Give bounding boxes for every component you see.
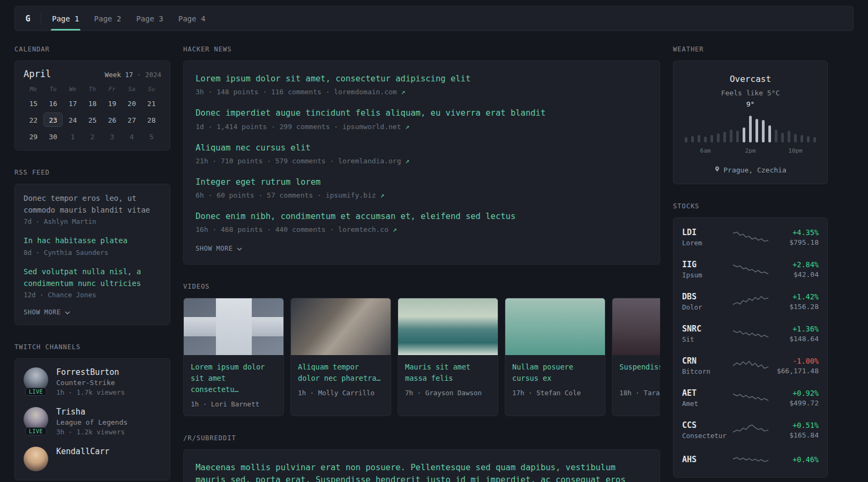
weather-bar bbox=[730, 130, 732, 142]
twitch-channel[interactable]: LIVE Trisha League of Legends 3h · 1.2k … bbox=[24, 407, 161, 436]
calendar-date-next-month: 3 bbox=[102, 129, 122, 144]
channel-info: ForrestBurton Counter-Strike 1h · 1.7k v… bbox=[56, 367, 125, 396]
stock-change: +1.42% bbox=[773, 292, 819, 301]
calendar-year: 2024 bbox=[145, 71, 161, 79]
video-card[interactable]: Nullam posuere cursus ex 17h · Stefan Co… bbox=[505, 298, 605, 416]
app-logo[interactable]: G bbox=[15, 6, 41, 31]
weather-bar bbox=[736, 131, 739, 142]
subreddit-section-title: /R/SUBREDDIT bbox=[183, 434, 660, 442]
hn-meta-text: 21h · 710 points · 579 comments · loreml… bbox=[196, 157, 401, 165]
rss-item-link[interactable]: Sed volutpat nulla nisl, a condimentum n… bbox=[24, 266, 161, 289]
video-card[interactable]: Lorem ipsum dolor sit amet consectetu… 1… bbox=[183, 298, 284, 416]
tab-page-2[interactable]: Page 2 bbox=[87, 6, 129, 31]
tab-page-1[interactable]: Page 1 bbox=[44, 6, 87, 31]
stock-row[interactable]: IIG Ipsum +2.84% $42.04 bbox=[682, 253, 819, 285]
day-header: Sa bbox=[122, 86, 142, 93]
stock-price: $148.64 bbox=[773, 335, 819, 343]
video-title-link[interactable]: Nullam posuere cursus ex bbox=[512, 362, 598, 384]
page-tabs: Page 1 Page 2 Page 3 Page 4 bbox=[44, 6, 213, 31]
rss-item: Donec tempor eros leo, ut commodo mauris… bbox=[24, 193, 161, 225]
rss-item: In hac habitasse platea 8d · Cynthia Sau… bbox=[24, 235, 161, 257]
external-link-icon[interactable]: ↗ bbox=[401, 88, 406, 96]
stock-sparkline bbox=[733, 230, 768, 245]
stock-symbol: AHS bbox=[682, 455, 729, 464]
stock-sparkline bbox=[733, 262, 768, 277]
calendar-separator: · bbox=[137, 71, 141, 79]
hn-item: Donec enim nibh, condimentum et accumsan… bbox=[196, 210, 648, 234]
hn-item-link[interactable]: Lorem ipsum dolor sit amet, consectetur … bbox=[196, 73, 648, 85]
day-header: Su bbox=[141, 86, 161, 93]
hn-item-link[interactable]: Donec enim nibh, condimentum et accumsan… bbox=[196, 210, 648, 223]
stock-row[interactable]: AET Amet +0.92% $499.72 bbox=[682, 382, 819, 414]
video-meta: 18h · Tara bbox=[619, 389, 660, 397]
stock-change: +4.35% bbox=[773, 228, 819, 237]
calendar-date: 18 bbox=[83, 96, 102, 110]
calendar-date: 25 bbox=[83, 112, 102, 127]
stock-id: IIG Ipsum bbox=[682, 260, 729, 279]
video-card[interactable]: Aliquam tempor dolor nec pharetra… 1h · … bbox=[290, 298, 391, 416]
stock-row[interactable]: SNRC Sit +1.36% $148.64 bbox=[682, 318, 819, 350]
external-link-icon[interactable]: ↗ bbox=[393, 225, 397, 234]
external-link-icon[interactable]: ↗ bbox=[405, 157, 409, 165]
rss-widget: RSS FEED Donec tempor eros leo, ut commo… bbox=[14, 169, 170, 325]
video-title-link[interactable]: Mauris sit amet massa felis bbox=[405, 362, 491, 384]
weather-chart: 9° 6am2pm10pm bbox=[685, 113, 816, 155]
subreddit-post-link[interactable]: Maecenas mollis pulvinar erat non posuer… bbox=[196, 462, 648, 482]
weather-card: Overcast Feels like 5°C 9° 6am2pm10pm Pr… bbox=[673, 61, 828, 184]
hn-meta-text: 6h · 60 points · 57 comments · ipsumify.… bbox=[196, 191, 376, 199]
calendar-date: 17 bbox=[63, 96, 83, 110]
weather-bar bbox=[743, 127, 745, 142]
hn-show-more-button[interactable]: SHOW MORE bbox=[196, 245, 648, 252]
weather-bar bbox=[749, 116, 752, 142]
twitch-channel[interactable]: KendallCarr bbox=[24, 447, 161, 471]
stock-row[interactable]: CRN Bitcorn -1.00% $66,171.48 bbox=[682, 350, 819, 382]
hn-item-link[interactable]: Integer eget rutrum lorem bbox=[196, 176, 648, 189]
videos-widget: VIDEOS Lorem ipsum dolor sit amet consec… bbox=[183, 283, 660, 416]
calendar-date: 21 bbox=[141, 96, 161, 110]
calendar-date: 26 bbox=[102, 112, 122, 127]
stock-name: Consectetur bbox=[682, 432, 729, 440]
video-body: Aliquam tempor dolor nec pharetra… 1h · … bbox=[291, 355, 391, 404]
stock-change: +1.36% bbox=[773, 325, 819, 333]
video-title-link[interactable]: Aliquam tempor dolor nec pharetra… bbox=[298, 362, 384, 384]
calendar-day-headers: Mo Tu We Th Fr Sa Su bbox=[24, 86, 161, 93]
video-card[interactable]: Suspendisse diam 18h · Tara bbox=[612, 298, 660, 416]
external-link-icon[interactable]: ↗ bbox=[380, 191, 384, 199]
calendar-date: 27 bbox=[122, 112, 142, 127]
weather-bar bbox=[775, 130, 777, 142]
stock-row[interactable]: LDI Lorem +4.35% $795.18 bbox=[682, 221, 819, 253]
weather-bar bbox=[704, 137, 707, 142]
calendar-week: Week 17 · 2024 bbox=[105, 71, 161, 79]
stock-sparkline bbox=[733, 358, 768, 373]
rss-item-link[interactable]: Donec tempor eros leo, ut commodo mauris… bbox=[24, 193, 161, 216]
external-link-icon[interactable]: ↗ bbox=[405, 123, 409, 131]
hn-item-link[interactable]: Donec imperdiet augue tincidunt felis al… bbox=[196, 107, 648, 119]
hn-meta-text: 16h · 468 points · 440 comments · loremt… bbox=[196, 225, 388, 234]
rss-show-more-button[interactable]: SHOW MORE bbox=[24, 308, 161, 316]
hn-item: Donec imperdiet augue tincidunt felis al… bbox=[196, 107, 648, 130]
stocks-section-title: STOCKS bbox=[673, 202, 828, 210]
channel-name: Trisha bbox=[56, 407, 128, 417]
stock-row[interactable]: CCS Consectetur +0.51% $165.84 bbox=[682, 414, 819, 446]
video-title-link[interactable]: Suspendisse diam bbox=[619, 362, 660, 384]
rss-item-link[interactable]: In hac habitasse platea bbox=[24, 235, 161, 247]
calendar-date: 15 bbox=[24, 96, 43, 110]
stock-id: LDI Lorem bbox=[682, 228, 729, 247]
weather-location-text: Prague, Czechia bbox=[723, 166, 786, 174]
subreddit-widget: /R/SUBREDDIT Maecenas mollis pulvinar er… bbox=[183, 434, 660, 482]
stock-row[interactable]: AHS +0.46% bbox=[682, 446, 819, 474]
tab-page-4[interactable]: Page 4 bbox=[171, 6, 213, 31]
video-title-link[interactable]: Lorem ipsum dolor sit amet consectetu… bbox=[191, 362, 276, 395]
tab-page-3[interactable]: Page 3 bbox=[129, 6, 171, 31]
stock-change: +0.92% bbox=[773, 389, 819, 397]
stock-values: -1.00% $66,171.48 bbox=[773, 357, 819, 375]
twitch-card: LIVE ForrestBurton Counter-Strike 1h · 1… bbox=[14, 358, 170, 480]
calendar-month: April bbox=[24, 69, 51, 79]
map-pin-icon bbox=[714, 165, 720, 174]
video-card[interactable]: Mauris sit amet massa felis 7h · Grayson… bbox=[398, 298, 498, 416]
twitch-channel[interactable]: LIVE ForrestBurton Counter-Strike 1h · 1… bbox=[24, 367, 161, 396]
stock-change: +2.84% bbox=[773, 260, 819, 269]
hn-item-link[interactable]: Aliquam nec cursus elit bbox=[196, 142, 648, 154]
video-thumbnail bbox=[505, 298, 605, 355]
stock-row[interactable]: DBS Dolor +1.42% $156.28 bbox=[682, 285, 819, 318]
